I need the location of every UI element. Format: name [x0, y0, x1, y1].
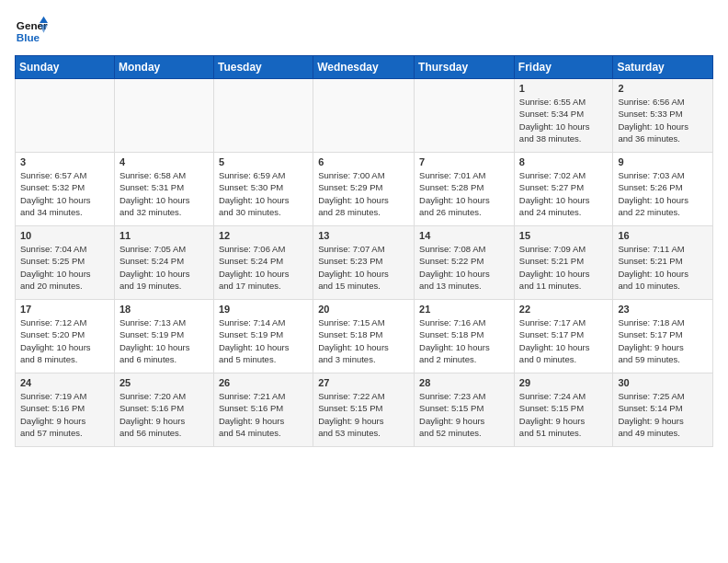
calendar-day: 24Sunrise: 7:19 AM Sunset: 5:16 PM Dayli…	[16, 373, 115, 447]
weekday-header: Monday	[114, 56, 213, 79]
day-number: 13	[318, 230, 409, 241]
day-info: Sunrise: 7:06 AM Sunset: 5:24 PM Dayligh…	[219, 243, 308, 292]
day-info: Sunrise: 7:17 AM Sunset: 5:17 PM Dayligh…	[519, 316, 609, 365]
day-number: 19	[219, 304, 308, 315]
empty-day	[16, 79, 115, 153]
day-number: 7	[419, 156, 509, 167]
calendar-day: 22Sunrise: 7:17 AM Sunset: 5:17 PM Dayli…	[514, 300, 613, 373]
day-info: Sunrise: 7:03 AM Sunset: 5:26 PM Dayligh…	[618, 169, 708, 218]
day-info: Sunrise: 7:02 AM Sunset: 5:27 PM Dayligh…	[519, 169, 609, 218]
calendar-day: 17Sunrise: 7:12 AM Sunset: 5:20 PM Dayli…	[16, 300, 115, 373]
day-number: 22	[519, 304, 609, 315]
day-number: 12	[219, 230, 308, 241]
day-number: 18	[119, 304, 209, 315]
header: General Blue	[15, 15, 713, 48]
calendar-day: 7Sunrise: 7:01 AM Sunset: 5:28 PM Daylig…	[415, 153, 515, 226]
calendar-day: 8Sunrise: 7:02 AM Sunset: 5:27 PM Daylig…	[514, 153, 613, 226]
day-info: Sunrise: 7:13 AM Sunset: 5:19 PM Dayligh…	[119, 316, 209, 365]
logo: General Blue	[15, 15, 48, 48]
calendar-day: 13Sunrise: 7:07 AM Sunset: 5:23 PM Dayli…	[313, 226, 415, 300]
day-info: Sunrise: 7:04 AM Sunset: 5:25 PM Dayligh…	[20, 243, 109, 292]
day-number: 8	[519, 156, 609, 167]
day-info: Sunrise: 7:23 AM Sunset: 5:15 PM Dayligh…	[419, 390, 509, 439]
calendar-day: 19Sunrise: 7:14 AM Sunset: 5:19 PM Dayli…	[213, 300, 313, 373]
calendar-day: 23Sunrise: 7:18 AM Sunset: 5:17 PM Dayli…	[613, 300, 713, 373]
svg-text:Blue: Blue	[17, 31, 40, 43]
day-number: 5	[219, 156, 308, 167]
day-info: Sunrise: 7:24 AM Sunset: 5:15 PM Dayligh…	[519, 390, 609, 439]
day-info: Sunrise: 6:56 AM Sunset: 5:33 PM Dayligh…	[618, 96, 708, 144]
weekday-header: Thursday	[415, 56, 515, 79]
empty-day	[313, 79, 415, 153]
day-number: 14	[419, 230, 509, 241]
day-number: 16	[618, 230, 708, 241]
calendar-table: SundayMondayTuesdayWednesdayThursdayFrid…	[15, 55, 713, 447]
day-number: 15	[519, 230, 609, 241]
day-number: 29	[519, 377, 609, 388]
calendar-day: 29Sunrise: 7:24 AM Sunset: 5:15 PM Dayli…	[514, 373, 613, 447]
day-number: 11	[119, 230, 209, 241]
calendar-day: 4Sunrise: 6:58 AM Sunset: 5:31 PM Daylig…	[114, 153, 213, 226]
day-info: Sunrise: 6:59 AM Sunset: 5:30 PM Dayligh…	[219, 169, 308, 218]
day-number: 4	[119, 156, 209, 167]
weekday-header: Sunday	[16, 56, 115, 79]
day-info: Sunrise: 7:07 AM Sunset: 5:23 PM Dayligh…	[318, 243, 409, 292]
calendar-day: 9Sunrise: 7:03 AM Sunset: 5:26 PM Daylig…	[613, 153, 713, 226]
calendar-day: 27Sunrise: 7:22 AM Sunset: 5:15 PM Dayli…	[313, 373, 415, 447]
day-info: Sunrise: 7:21 AM Sunset: 5:16 PM Dayligh…	[219, 390, 308, 439]
day-number: 26	[219, 377, 308, 388]
weekday-header: Saturday	[613, 56, 713, 79]
calendar-day: 2Sunrise: 6:56 AM Sunset: 5:33 PM Daylig…	[613, 79, 713, 153]
day-info: Sunrise: 7:14 AM Sunset: 5:19 PM Dayligh…	[219, 316, 308, 365]
weekday-header: Tuesday	[213, 56, 313, 79]
empty-day	[415, 79, 515, 153]
day-number: 3	[20, 156, 109, 167]
day-info: Sunrise: 7:18 AM Sunset: 5:17 PM Dayligh…	[618, 316, 708, 365]
calendar-day: 25Sunrise: 7:20 AM Sunset: 5:16 PM Dayli…	[114, 373, 213, 447]
day-info: Sunrise: 7:00 AM Sunset: 5:29 PM Dayligh…	[318, 169, 409, 218]
day-number: 10	[20, 230, 109, 241]
calendar-day: 12Sunrise: 7:06 AM Sunset: 5:24 PM Dayli…	[213, 226, 313, 300]
weekday-header: Wednesday	[313, 56, 415, 79]
day-number: 23	[618, 304, 708, 315]
day-info: Sunrise: 7:08 AM Sunset: 5:22 PM Dayligh…	[419, 243, 509, 292]
weekday-header: Friday	[514, 56, 613, 79]
calendar-day: 11Sunrise: 7:05 AM Sunset: 5:24 PM Dayli…	[114, 226, 213, 300]
day-info: Sunrise: 6:58 AM Sunset: 5:31 PM Dayligh…	[119, 169, 209, 218]
empty-day	[213, 79, 313, 153]
calendar-day: 5Sunrise: 6:59 AM Sunset: 5:30 PM Daylig…	[213, 153, 313, 226]
day-number: 17	[20, 304, 109, 315]
calendar-day: 6Sunrise: 7:00 AM Sunset: 5:29 PM Daylig…	[313, 153, 415, 226]
day-info: Sunrise: 7:22 AM Sunset: 5:15 PM Dayligh…	[318, 390, 409, 439]
day-info: Sunrise: 7:19 AM Sunset: 5:16 PM Dayligh…	[20, 390, 109, 439]
day-info: Sunrise: 6:57 AM Sunset: 5:32 PM Dayligh…	[20, 169, 109, 218]
day-number: 1	[519, 83, 609, 94]
day-number: 27	[318, 377, 409, 388]
logo-icon: General Blue	[15, 15, 48, 48]
day-number: 25	[119, 377, 209, 388]
day-number: 6	[318, 156, 409, 167]
day-number: 28	[419, 377, 509, 388]
calendar-day: 15Sunrise: 7:09 AM Sunset: 5:21 PM Dayli…	[514, 226, 613, 300]
calendar-day: 28Sunrise: 7:23 AM Sunset: 5:15 PM Dayli…	[415, 373, 515, 447]
day-info: Sunrise: 7:25 AM Sunset: 5:14 PM Dayligh…	[618, 390, 708, 439]
day-info: Sunrise: 7:09 AM Sunset: 5:21 PM Dayligh…	[519, 243, 609, 292]
day-info: Sunrise: 7:20 AM Sunset: 5:16 PM Dayligh…	[119, 390, 209, 439]
calendar-day: 1Sunrise: 6:55 AM Sunset: 5:34 PM Daylig…	[514, 79, 613, 153]
day-info: Sunrise: 7:12 AM Sunset: 5:20 PM Dayligh…	[20, 316, 109, 365]
day-number: 9	[618, 156, 708, 167]
day-info: Sunrise: 7:15 AM Sunset: 5:18 PM Dayligh…	[318, 316, 409, 365]
day-info: Sunrise: 7:01 AM Sunset: 5:28 PM Dayligh…	[419, 169, 509, 218]
day-info: Sunrise: 7:11 AM Sunset: 5:21 PM Dayligh…	[618, 243, 708, 292]
calendar-day: 18Sunrise: 7:13 AM Sunset: 5:19 PM Dayli…	[114, 300, 213, 373]
calendar-day: 21Sunrise: 7:16 AM Sunset: 5:18 PM Dayli…	[415, 300, 515, 373]
calendar-day: 26Sunrise: 7:21 AM Sunset: 5:16 PM Dayli…	[213, 373, 313, 447]
day-info: Sunrise: 7:05 AM Sunset: 5:24 PM Dayligh…	[119, 243, 209, 292]
day-number: 24	[20, 377, 109, 388]
calendar-day: 30Sunrise: 7:25 AM Sunset: 5:14 PM Dayli…	[613, 373, 713, 447]
calendar-day: 20Sunrise: 7:15 AM Sunset: 5:18 PM Dayli…	[313, 300, 415, 373]
calendar-day: 10Sunrise: 7:04 AM Sunset: 5:25 PM Dayli…	[16, 226, 115, 300]
calendar-day: 16Sunrise: 7:11 AM Sunset: 5:21 PM Dayli…	[613, 226, 713, 300]
day-info: Sunrise: 6:55 AM Sunset: 5:34 PM Dayligh…	[519, 96, 609, 144]
day-number: 21	[419, 304, 509, 315]
